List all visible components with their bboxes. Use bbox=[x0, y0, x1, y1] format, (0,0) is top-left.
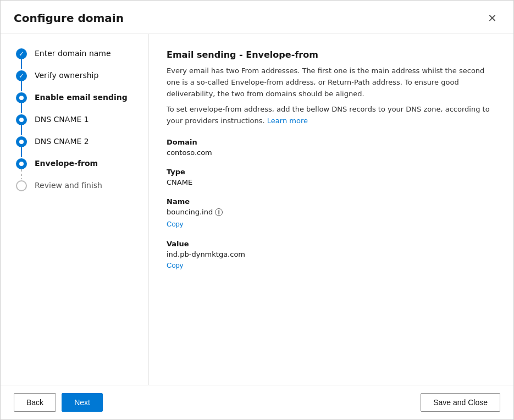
step-label-review-finish: Review and finish bbox=[29, 179, 102, 191]
main-content: Email sending - Envelope-from Every emai… bbox=[149, 34, 513, 385]
step-icon-enable-email bbox=[16, 92, 27, 103]
footer-left-buttons: Back Next bbox=[14, 393, 103, 412]
step-icon-enter-domain: ✓ bbox=[16, 48, 27, 59]
sidebar-item-verify-ownership: ✓ Verify ownership bbox=[14, 69, 148, 91]
active-dot-4 bbox=[19, 162, 24, 166]
active-dot bbox=[19, 96, 24, 100]
step-line-3 bbox=[21, 103, 22, 113]
configure-domain-modal: Configure domain ✕ ✓ Enter domain name bbox=[0, 0, 514, 420]
info-icon-name: i bbox=[215, 208, 223, 216]
next-button[interactable]: Next bbox=[62, 393, 103, 412]
description-2: To set envelope-from address, add the be… bbox=[167, 104, 496, 127]
modal-body: ✓ Enter domain name ✓ Verify ownership bbox=[1, 34, 513, 385]
step-label-dns-cname-1: DNS CNAME 1 bbox=[29, 113, 89, 125]
field-label-value: Value bbox=[167, 240, 496, 248]
copy-name-button[interactable]: Copy bbox=[167, 220, 183, 228]
checkmark-icon-2: ✓ bbox=[19, 72, 24, 80]
field-type: Type CNAME bbox=[167, 168, 496, 186]
modal-footer: Back Next Save and Close bbox=[1, 385, 513, 419]
field-value-name: bouncing.ind bbox=[167, 208, 213, 216]
sidebar-item-envelope-from: Envelope-from bbox=[14, 157, 148, 179]
step-icon-dns-2 bbox=[16, 136, 27, 147]
step-icon-review bbox=[16, 180, 27, 191]
close-icon: ✕ bbox=[488, 12, 497, 25]
sidebar-item-dns-cname-2: DNS CNAME 2 bbox=[14, 135, 148, 157]
step-line-4 bbox=[21, 125, 22, 135]
step-line-1 bbox=[21, 59, 22, 69]
learn-more-link[interactable]: Learn more bbox=[267, 117, 308, 125]
name-value-row: bouncing.ind i bbox=[167, 208, 496, 217]
description-1: Every email has two From addresses. The … bbox=[167, 65, 496, 100]
save-and-close-button[interactable]: Save and Close bbox=[421, 393, 500, 412]
active-dot-2 bbox=[19, 118, 24, 122]
field-value-value: ind.pb-dynmktga.com bbox=[167, 250, 496, 258]
step-label-dns-cname-2: DNS CNAME 2 bbox=[29, 135, 89, 147]
close-button[interactable]: ✕ bbox=[484, 10, 500, 26]
field-label-name: Name bbox=[167, 197, 496, 206]
modal-title: Configure domain bbox=[14, 12, 124, 25]
checkmark-icon: ✓ bbox=[19, 50, 24, 58]
modal-header: Configure domain ✕ bbox=[1, 1, 513, 34]
field-value-type: CNAME bbox=[167, 178, 496, 186]
field-value-domain: contoso.com bbox=[167, 148, 496, 157]
step-line-5 bbox=[21, 147, 22, 157]
step-label-verify-ownership: Verify ownership bbox=[29, 69, 98, 81]
sidebar-item-enable-email-sending: Enable email sending bbox=[14, 91, 148, 113]
sidebar: ✓ Enter domain name ✓ Verify ownership bbox=[1, 34, 149, 385]
field-label-domain: Domain bbox=[167, 138, 496, 146]
sidebar-item-dns-cname-1: DNS CNAME 1 bbox=[14, 113, 148, 135]
step-label-enable-email: Enable email sending bbox=[29, 91, 128, 103]
field-domain: Domain contoso.com bbox=[167, 138, 496, 157]
step-line-6 bbox=[21, 169, 22, 179]
back-button[interactable]: Back bbox=[14, 393, 56, 412]
content-title: Email sending - Envelope-from bbox=[167, 49, 496, 60]
sidebar-item-review-finish: Review and finish bbox=[14, 179, 148, 191]
step-icon-verify-ownership: ✓ bbox=[16, 70, 27, 81]
step-line-2 bbox=[21, 81, 22, 91]
step-label-enter-domain: Enter domain name bbox=[29, 47, 111, 59]
field-label-type: Type bbox=[167, 168, 496, 176]
sidebar-item-enter-domain: ✓ Enter domain name bbox=[14, 47, 148, 69]
active-dot-3 bbox=[19, 140, 24, 144]
step-icon-envelope bbox=[16, 158, 27, 169]
copy-value-button[interactable]: Copy bbox=[167, 261, 183, 269]
step-label-envelope-from: Envelope-from bbox=[29, 157, 98, 169]
field-name: Name bouncing.ind i Copy bbox=[167, 197, 496, 229]
step-icon-dns-1 bbox=[16, 114, 27, 125]
field-value: Value ind.pb-dynmktga.com Copy bbox=[167, 240, 496, 270]
